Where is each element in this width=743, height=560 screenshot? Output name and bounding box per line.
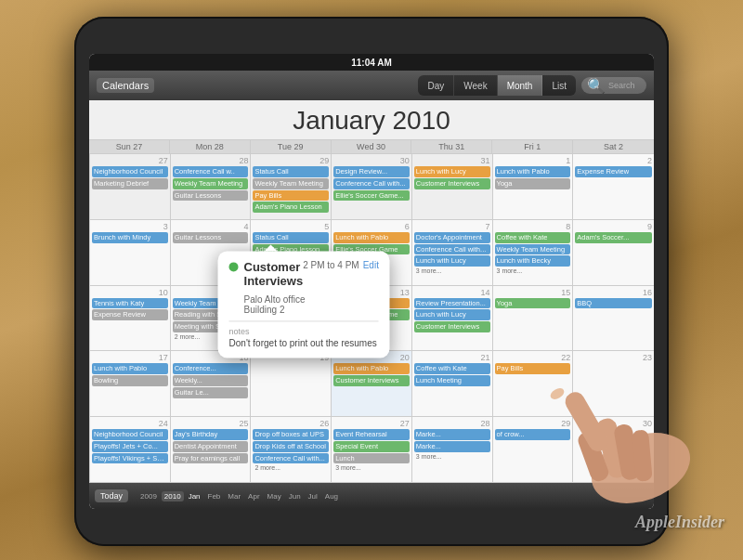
timeline-month-mar[interactable]: Mar [225,491,243,501]
event-color-dot [229,262,239,271]
table-row[interactable]: 28 Conference Call w.. Weekly Team Meeti… [171,154,252,220]
timeline-month-aug[interactable]: Aug [322,491,341,501]
table-row[interactable]: 22 Pay Bills [493,351,574,417]
calendars-button[interactable]: Calendars [97,78,154,93]
timeline-month-apr[interactable]: Apr [245,491,262,501]
table-row[interactable]: 30 Design Review... Conference Call with… [332,154,412,220]
timeline-month-may[interactable]: May [265,491,284,501]
ipad-screen: 11:04 AM Calendars Day Week Month List 🔍… [89,54,654,509]
table-row[interactable]: 23 [573,351,654,417]
tab-list[interactable]: List [542,75,576,96]
month-title: January 2010 [89,100,654,139]
popup-event-title: Customer Interviews [244,260,304,289]
popup-edit-button[interactable]: Edit [363,260,379,270]
table-row[interactable]: 20 Lunch with Pablo Customer Interviews [332,351,412,417]
table-row[interactable]: 7 Doctor's Appointment Conference Call w… [412,220,493,286]
nav-bar: Calendars Day Week Month List 🔍 Search [89,71,654,100]
day-header-sat: Sat 2 [573,140,654,153]
table-row[interactable]: 9 Adam's Soccer... [573,220,654,286]
popup-notes-label: notes [229,327,379,336]
table-row[interactable]: 14 Review Presentation... Lunch with Luc… [412,286,493,352]
day-header-thu: Thu 31 [411,140,492,153]
event-popup: Customer Interviews 2 PM to 4 PM Edit Pa… [218,251,390,358]
table-row[interactable]: 26 Drop off boxes at UPS Drop Kids off a… [251,417,332,483]
day-header-tue: Tue 29 [251,140,332,153]
day-headers: Sun 27 Mon 28 Tue 29 Wed 30 Thu 31 Fri 1… [89,139,654,154]
table-row[interactable]: 8 Coffee with Kate Weekly Team Meeting L… [493,220,574,286]
status-time: 11:04 AM [351,58,392,68]
table-row[interactable]: 17 Lunch with Pablo Bowling [90,351,171,417]
tab-month[interactable]: Month [498,75,543,96]
timeline-month-jun[interactable]: Jun [286,491,304,501]
table-row[interactable]: 24 Neighborhood Council Playoffs! Jets +… [90,417,171,483]
view-tabs: Day Week Month List [418,75,576,96]
calendar-area: January 2010 Sun 27 Mon 28 Tue 29 Wed 30… [89,100,654,483]
search-placeholder: Search [608,81,635,90]
table-row[interactable]: 29 of crow... [493,417,574,483]
table-row[interactable]: 29 Status Call Weekly Team Meeting Pay B… [251,154,332,220]
table-row[interactable]: 18 Conference... Weekly... Guitar Le... [171,351,252,417]
table-row[interactable]: 30 [573,417,654,483]
watermark: AppleInsider [635,513,724,532]
timeline-month-feb[interactable]: Feb [205,491,224,501]
day-header-mon: Mon 28 [170,140,251,153]
table-row[interactable]: 2 Expense Review [573,154,654,220]
tab-week[interactable]: Week [454,75,497,96]
table-row[interactable]: 15 Yoga [493,286,574,352]
popup-location: Palo Alto officeBuilding 2 [229,294,379,315]
timeline-year-2010[interactable]: 2010 [162,491,184,501]
day-header-sun: Sun 27 [89,140,170,153]
timeline-month-jul[interactable]: Jul [306,491,320,501]
day-header-fri: Fri 1 [492,140,573,153]
today-button[interactable]: Today [95,489,128,502]
ipad-device: 11:04 AM Calendars Day Week Month List 🔍… [74,17,669,546]
search-icon: 🔍 [587,77,606,95]
timeline-year-2009[interactable]: 2009 [137,491,160,501]
popup-notes-text: Don't forget to print out the resumes [229,338,379,348]
tab-day[interactable]: Day [418,75,454,96]
table-row[interactable]: 27 Event Rehearsal Special Event Lunch 3… [332,417,412,483]
table-row[interactable]: 27 Neighborhood Council Marketing Debrie… [90,154,171,220]
search-box[interactable]: 🔍 Search [581,77,646,94]
table-row[interactable]: 1 Lunch with Pablo Yoga [493,154,574,220]
table-row[interactable]: 3 Brunch with Mindy [90,220,171,286]
timeline-month-jan[interactable]: Jan [186,491,203,501]
table-row[interactable]: 10 Tennis with Katy Expense Review [90,286,171,352]
table-row[interactable]: 16 BBQ [573,286,654,352]
day-header-wed: Wed 30 [332,140,412,153]
timeline-bar: Today 2009 2010 Jan Feb Mar Apr May Jun … [89,483,654,509]
status-bar: 11:04 AM [89,54,654,71]
table-row[interactable]: 25 Jay's Birthday Dentist Appointment Pr… [171,417,252,483]
table-row[interactable]: 19 [251,351,332,417]
table-row[interactable]: 21 Coffee with Kate Lunch Meeting [412,351,493,417]
table-row[interactable]: 28 Marke... Marke... 3 more... [412,417,493,483]
popup-event-time: 2 PM to 4 PM [303,260,359,270]
popup-divider [229,320,379,321]
table-row[interactable]: 31 Lunch with Lucy Customer Interviews [412,154,493,220]
